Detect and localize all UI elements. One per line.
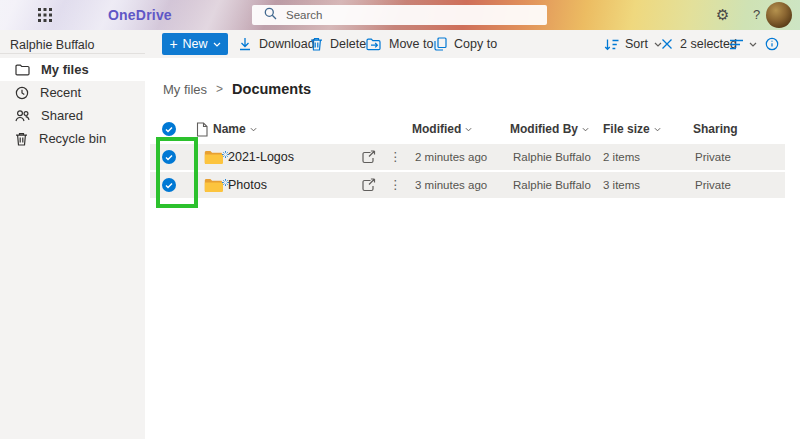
help-icon[interactable]: ? <box>753 7 760 22</box>
select-all-checkbox[interactable] <box>162 122 176 136</box>
delete-icon <box>310 37 323 51</box>
download-icon <box>238 37 252 51</box>
move-to-icon <box>366 38 382 51</box>
top-banner: OneDrive Search ⚙ ? <box>0 0 800 30</box>
column-label: Modified <box>412 122 461 136</box>
modified-by-value: Ralphie Buffalo <box>513 179 591 191</box>
app-launcher-waffle-icon[interactable] <box>38 8 52 22</box>
column-header-modified-by[interactable]: Modified By <box>510 118 589 140</box>
sidebar-item-label: Recycle bin <box>39 131 106 146</box>
download-button[interactable]: Download <box>238 30 315 58</box>
file-name[interactable]: Photos <box>228 178 267 192</box>
copy-to-button[interactable]: Copy to <box>434 30 497 58</box>
recycle-bin-icon <box>15 132 28 146</box>
sharing-value: Private <box>695 151 731 163</box>
file-name[interactable]: 2021-Logos <box>228 150 294 164</box>
ellipsis-icon: ⋮ <box>389 180 402 190</box>
sidebar-item-label: Shared <box>41 108 83 123</box>
ellipsis-icon: ⋮ <box>389 152 402 162</box>
breadcrumb-separator: > <box>216 82 223 96</box>
modified-by-value: Ralphie Buffalo <box>513 151 591 163</box>
account-name-label: Ralphie Buffalo <box>10 38 95 52</box>
new-button-label: New <box>183 37 208 51</box>
chevron-down-icon <box>654 127 661 132</box>
share-icon <box>361 150 376 164</box>
file-row-2021-logos[interactable]: 2021-Logos ⋮ 2 minutes ago Ralphie Buffa… <box>150 144 785 170</box>
column-header-file-size[interactable]: File size <box>603 118 661 140</box>
view-options-icon <box>729 39 744 50</box>
view-options-button[interactable] <box>729 30 757 58</box>
document-icon <box>196 122 208 137</box>
chevron-down-icon <box>465 127 472 132</box>
search-placeholder: Search <box>286 9 322 21</box>
modified-value: 3 minutes ago <box>415 179 487 191</box>
chevron-down-icon <box>749 42 757 47</box>
column-label: Modified By <box>510 122 578 136</box>
search-icon <box>264 6 277 24</box>
onedrive-window: OneDrive Search ⚙ ? Ralphie Buffalo + Ne… <box>0 0 800 439</box>
column-header-name[interactable]: Name <box>213 118 257 140</box>
chevron-down-icon <box>250 127 257 132</box>
file-size-value: 3 items <box>603 179 640 191</box>
copy-to-icon <box>434 37 447 51</box>
sidebar-item-my-files[interactable]: My files <box>0 58 145 81</box>
more-actions-button[interactable]: ⋮ <box>389 172 402 198</box>
sidebar-nav: My files Recent Shared Recycle bin <box>0 58 145 439</box>
more-actions-button[interactable]: ⋮ <box>389 144 402 170</box>
sort-label: Sort <box>625 37 648 51</box>
sharing-value: Private <box>695 179 731 191</box>
column-label: Name <box>213 122 246 136</box>
sidebar-item-label: My files <box>41 62 89 77</box>
people-icon <box>15 109 30 122</box>
clock-icon <box>15 86 29 100</box>
file-list-header: Name Modified Modified By File size Shar… <box>150 118 785 140</box>
breadcrumb: My files > Documents <box>163 81 311 97</box>
share-button[interactable] <box>361 172 376 198</box>
sidebar-item-shared[interactable]: Shared <box>0 104 145 127</box>
check-icon <box>165 126 173 133</box>
chevron-down-icon <box>582 127 589 132</box>
copy-to-label: Copy to <box>454 37 497 51</box>
column-header-sharing[interactable]: Sharing <box>693 118 738 140</box>
details-pane-button[interactable] <box>765 30 779 58</box>
chevron-down-icon <box>213 42 221 47</box>
plus-icon: + <box>169 38 177 50</box>
user-avatar[interactable] <box>766 2 792 28</box>
close-icon <box>661 38 673 50</box>
breadcrumb-my-files[interactable]: My files <box>163 82 207 97</box>
sort-button[interactable]: Sort <box>604 30 662 58</box>
onedrive-logo-text[interactable]: OneDrive <box>108 7 172 23</box>
file-row-photos[interactable]: Photos ⋮ 3 minutes ago Ralphie Buffalo 3… <box>150 172 785 198</box>
column-header-modified[interactable]: Modified <box>412 118 472 140</box>
sort-icon <box>604 38 619 51</box>
column-label: Sharing <box>693 122 738 136</box>
sidebar-item-recycle-bin[interactable]: Recycle bin <box>0 127 145 150</box>
file-size-value: 2 items <box>603 151 640 163</box>
sidebar-item-recent[interactable]: Recent <box>0 81 145 104</box>
folder-icon <box>15 64 30 76</box>
settings-gear-icon[interactable]: ⚙ <box>716 4 729 26</box>
move-to-button[interactable]: Move to <box>366 30 433 58</box>
delete-label: Delete <box>330 37 366 51</box>
sidebar-item-label: Recent <box>40 85 81 100</box>
search-input[interactable]: Search <box>252 5 547 25</box>
download-label: Download <box>259 37 315 51</box>
column-label: File size <box>603 122 650 136</box>
breadcrumb-current-documents: Documents <box>232 81 311 97</box>
sidebar-divider <box>0 53 145 54</box>
annotation-rectangle <box>156 137 198 208</box>
new-button[interactable]: + New <box>162 33 228 55</box>
info-icon <box>765 37 779 51</box>
modified-value: 2 minutes ago <box>415 151 487 163</box>
clear-selection-button[interactable]: 2 selected <box>661 30 737 58</box>
share-icon <box>361 178 376 192</box>
move-to-label: Move to <box>389 37 433 51</box>
share-button[interactable] <box>361 144 376 170</box>
delete-button[interactable]: Delete <box>310 30 366 58</box>
